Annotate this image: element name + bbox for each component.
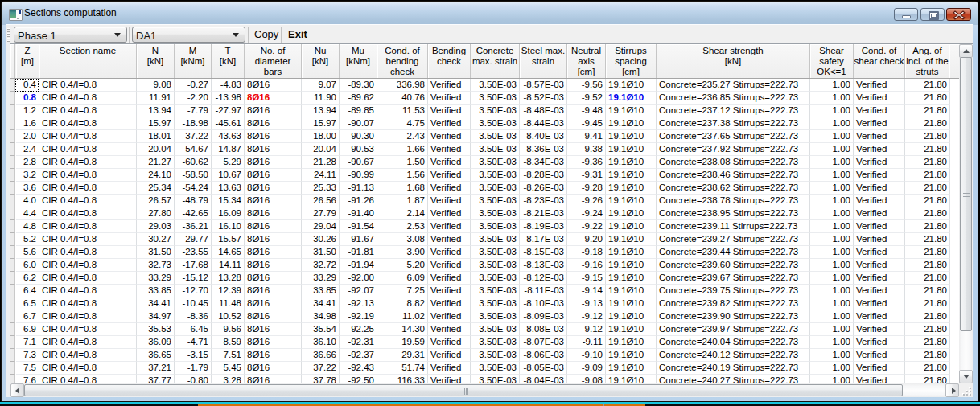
cell-shear[interactable]: Concrete=236.85 Stirrups=222.73 [657,92,810,105]
cell-neutral[interactable]: -9.14 [567,285,606,297]
column-header-nu[interactable]: Nu [kN] [302,44,340,78]
cell-shear[interactable]: Concrete=239.60 Stirrups=222.73 [657,259,810,272]
column-header-mu[interactable]: Mu [kNm] [340,44,377,78]
cell-steel[interactable]: -8.07E-03 [520,336,567,349]
cell-mu[interactable]: -92.13 [340,297,377,310]
cell-steel[interactable]: -8.17E-03 [520,233,567,246]
cell-t[interactable]: 11.48 [212,297,245,310]
cell-m[interactable]: -29.77 [175,233,212,246]
cell-nu[interactable]: 31.50 [302,246,340,259]
cell-stirrups[interactable]: 19.1Ø10 [606,297,657,310]
cell-t[interactable]: 12.39 [212,285,245,297]
cell-t[interactable]: 9.56 [212,323,245,336]
cell-z[interactable]: 0.8 [16,92,39,105]
cell-shear[interactable]: Concrete=238.46 Stirrups=222.73 [657,169,810,182]
cell-bending[interactable]: Verified [428,182,471,195]
cell-cond_bending[interactable]: 5.20 [377,259,428,272]
horizontal-scrollbar[interactable] [10,383,959,397]
cell-cond_bending[interactable]: 6.09 [377,272,428,285]
cell-mu[interactable]: -92.19 [340,310,377,323]
cell-mu[interactable]: -91.40 [340,207,377,220]
cell-steel[interactable]: -8.12E-03 [520,272,567,285]
column-header-stirrups[interactable]: Stirrups spacing [cm] [606,44,657,78]
cell-cond_shear[interactable]: Verified [854,336,905,349]
cell-nu[interactable]: 32.72 [302,259,340,272]
cell-z[interactable]: 6.2 [16,272,39,285]
cell-z[interactable]: 7.3 [16,349,39,362]
cell-n[interactable]: 31.50 [137,246,175,259]
cell-shear[interactable]: Concrete=239.75 Stirrups=222.73 [657,285,810,297]
cell-n[interactable]: 27.80 [137,207,175,220]
cell-m[interactable]: -10.45 [175,297,212,310]
cell-angle[interactable]: 21.80 [905,323,950,336]
cell-concrete[interactable]: 3.50E-03 [471,117,520,130]
cell-steel[interactable]: -8.44E-03 [520,117,567,130]
cell-n[interactable]: 33.85 [137,285,175,297]
vertical-scroll-thumb[interactable] [960,57,972,331]
cell-steel[interactable]: -8.19E-03 [520,220,567,233]
cell-angle[interactable]: 21.80 [905,92,950,105]
toolbar-gripper[interactable] [7,28,10,42]
cell-cond_bending[interactable]: 2.14 [377,207,428,220]
cell-mu[interactable]: -92.50 [340,375,377,383]
cell-cond_shear[interactable]: Verified [854,233,905,246]
cell-angle[interactable]: 21.80 [905,285,950,297]
cell-cond_shear[interactable]: Verified [854,220,905,233]
cell-bars[interactable]: 8Ø16 [245,130,302,143]
cell-bars[interactable]: 8Ø16 [245,233,302,246]
cell-nu[interactable]: 33.85 [302,285,340,297]
table-row-z-6.0[interactable]: 6.0CIR 0.4/I=0.832.73-17.6814.118Ø1632.7… [10,259,959,272]
cell-steel[interactable]: -8.06E-03 [520,349,567,362]
cell-safety[interactable]: 1.00 [810,207,854,220]
cell-bars[interactable]: 8Ø16 [245,323,302,336]
cell-safety[interactable]: 1.00 [810,362,854,375]
cell-angle[interactable]: 21.80 [905,182,950,195]
cell-t[interactable]: 8.59 [212,336,245,349]
table-row-z-4.8[interactable]: 4.8CIR 0.4/I=0.829.03-36.2116.108Ø1629.0… [10,220,959,233]
column-header-cond_shear[interactable]: Cond. of shear check [854,44,905,78]
cell-stirrups[interactable]: 19.1Ø10 [606,105,657,117]
table-row-z-5.2[interactable]: 5.2CIR 0.4/I=0.830.27-29.7715.578Ø1630.2… [10,233,959,246]
vertical-scrollbar[interactable] [959,44,973,383]
column-header-section[interactable]: Section name [39,44,137,78]
cell-m[interactable]: -60.62 [175,156,212,169]
column-header-n[interactable]: N [kN] [137,44,175,78]
cell-stirrups[interactable]: 19.1Ø10 [606,362,657,375]
cell-cond_shear[interactable]: Verified [854,92,905,105]
cell-mu[interactable]: -89.30 [340,79,377,92]
cell-shear[interactable]: Concrete=239.11 Stirrups=222.73 [657,220,810,233]
cell-cond_bending[interactable]: 1.87 [377,195,428,207]
cell-n[interactable]: 30.27 [137,233,175,246]
cell-z[interactable]: 1.2 [16,105,39,117]
cell-steel[interactable]: -8.34E-03 [520,156,567,169]
cell-n[interactable]: 20.04 [137,143,175,156]
column-header-bars[interactable]: No. of diameter bars [245,44,302,78]
cell-concrete[interactable]: 3.50E-03 [471,375,520,383]
cell-cond_shear[interactable]: Verified [854,297,905,310]
column-header-cond_bending[interactable]: Cond. of bending check [377,44,428,78]
cell-z[interactable]: 7.1 [16,336,39,349]
cell-bars[interactable]: 8Ø16 [245,246,302,259]
cell-cond_bending[interactable]: 40.76 [377,92,428,105]
table-row-z-6.2[interactable]: 6.2CIR 0.4/I=0.833.29-15.1213.288Ø1633.2… [10,272,959,285]
cell-z[interactable]: 5.6 [16,246,39,259]
cell-neutral[interactable]: -9.56 [567,79,606,92]
cell-concrete[interactable]: 3.50E-03 [471,349,520,362]
cell-cond_shear[interactable]: Verified [854,207,905,220]
cell-steel[interactable]: -8.23E-03 [520,195,567,207]
cell-n[interactable]: 13.94 [137,105,175,117]
cell-safety[interactable]: 1.00 [810,259,854,272]
cell-m[interactable]: -3.15 [175,349,212,362]
cell-cond_shear[interactable]: Verified [854,246,905,259]
cell-t[interactable]: 10.67 [212,169,245,182]
cell-nu[interactable]: 15.97 [302,117,340,130]
cell-n[interactable]: 29.03 [137,220,175,233]
table-row-z-4.4[interactable]: 4.4CIR 0.4/I=0.827.80-42.6516.098Ø1627.7… [10,207,959,220]
cell-mu[interactable]: -91.81 [340,246,377,259]
table-row-z-2.4[interactable]: 2.4CIR 0.4/I=0.820.04-54.67-14.878Ø1620.… [10,143,959,156]
cell-concrete[interactable]: 3.50E-03 [471,156,520,169]
cell-shear[interactable]: Concrete=239.67 Stirrups=222.73 [657,272,810,285]
cell-bars[interactable]: 8Ø16 [245,259,302,272]
cell-safety[interactable]: 1.00 [810,117,854,130]
cell-stirrups[interactable]: 19.1Ø10 [606,246,657,259]
